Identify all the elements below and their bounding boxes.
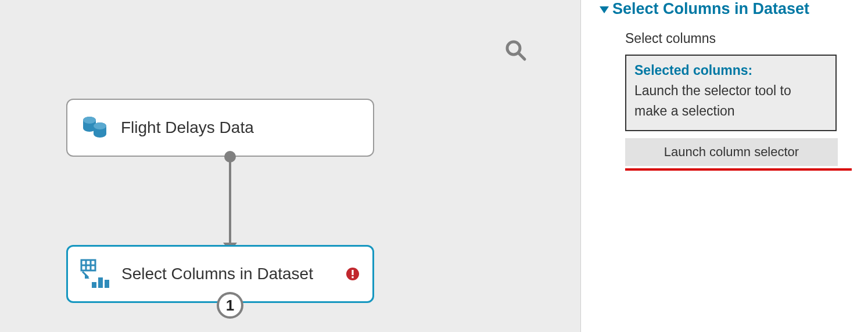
input-port-1[interactable]: 1 [217, 292, 243, 319]
panel-heading[interactable]: Select Columns in Dataset [601, 0, 854, 18]
annotation-underline [625, 168, 852, 171]
output-port[interactable] [224, 151, 236, 163]
svg-point-8 [83, 117, 96, 124]
svg-line-1 [518, 53, 525, 59]
svg-rect-16 [98, 277, 103, 288]
error-icon [345, 266, 361, 282]
svg-rect-19 [351, 270, 353, 275]
property-label: Select columns [625, 31, 854, 46]
svg-rect-17 [105, 280, 109, 288]
node-flight-delays-data[interactable]: Flight Delays Data [66, 99, 374, 157]
select-columns-icon [80, 258, 111, 290]
selected-columns-hint: Launch the selector tool to make a selec… [634, 81, 827, 121]
node-select-columns[interactable]: Select Columns in Dataset [66, 245, 374, 303]
port-number: 1 [226, 297, 234, 315]
svg-point-7 [94, 131, 106, 138]
collapse-caret-icon [600, 6, 609, 13]
node-label: Flight Delays Data [121, 118, 361, 137]
node-label: Select Columns in Dataset [121, 265, 345, 283]
selected-columns-title: Selected columns: [634, 63, 827, 78]
svg-rect-20 [351, 276, 353, 278]
experiment-canvas[interactable]: Flight Delays Data [0, 0, 581, 332]
panel-heading-text: Select Columns in Dataset [612, 0, 809, 18]
selected-columns-box: Selected columns: Launch the selector to… [625, 55, 837, 131]
connector-line [229, 161, 231, 247]
dataset-icon [79, 112, 110, 143]
launch-column-selector-button[interactable]: Launch column selector [625, 138, 838, 166]
svg-rect-15 [92, 282, 96, 288]
search-icon[interactable] [503, 37, 529, 64]
properties-panel: Select Columns in Dataset Select columns… [581, 0, 868, 332]
svg-point-9 [94, 122, 106, 129]
